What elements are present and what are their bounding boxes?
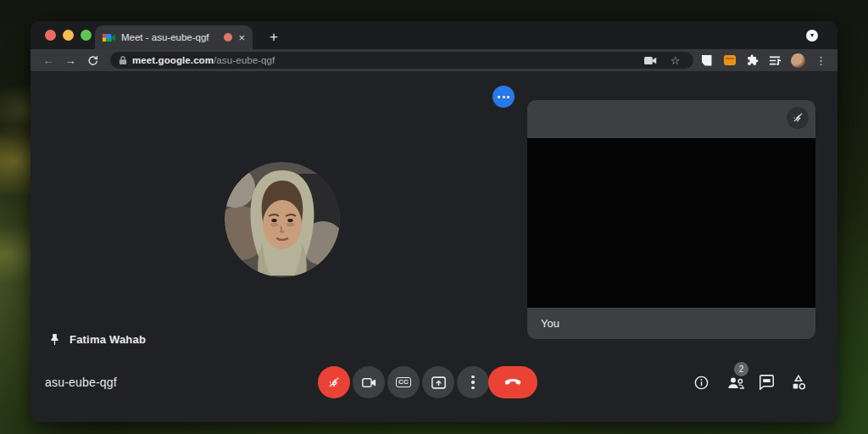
browser-toolbar: ← → meet.google.com/asu-eube-qgf: [31, 49, 837, 71]
self-view-footer: You: [527, 308, 815, 339]
tab-strip: Meet - asu-eube-qgf × + ▾: [31, 21, 837, 49]
profile-avatar[interactable]: [788, 51, 808, 70]
captions-label: CC: [396, 377, 411, 387]
more-options-button[interactable]: [457, 366, 489, 398]
url-text: meet.google.com/asu-eube-qgf: [132, 55, 275, 65]
window-controls: [45, 30, 92, 41]
activities-button[interactable]: [789, 373, 808, 392]
tab-title: Meet - asu-eube-qgf: [121, 32, 218, 42]
self-video-feed: [527, 138, 815, 308]
desktop-background: Meet - asu-eube-qgf × + ▾ ← →: [0, 0, 868, 434]
browser-window: Meet - asu-eube-qgf × + ▾ ← →: [31, 21, 837, 422]
back-icon[interactable]: ←: [39, 54, 58, 67]
self-view-tile[interactable]: You: [527, 100, 815, 339]
note-extension-icon[interactable]: [697, 51, 716, 70]
chat-button[interactable]: [757, 373, 776, 392]
playlist-extension-icon[interactable]: [765, 51, 785, 70]
participant-avatar: [225, 162, 340, 277]
new-tab-button[interactable]: +: [261, 25, 287, 49]
pin-icon: [49, 333, 60, 346]
honey-extension-icon[interactable]: [720, 51, 739, 70]
address-bar[interactable]: meet.google.com/asu-eube-qgf ☆: [110, 52, 693, 69]
url-domain: meet.google.com: [132, 55, 214, 65]
tab-close-icon[interactable]: ×: [238, 32, 245, 43]
meet-main-area: Fatima Wahab You: [31, 71, 837, 422]
camera-in-use-icon[interactable]: [641, 51, 660, 70]
meeting-details-button[interactable]: [692, 373, 710, 392]
tile-options-button[interactable]: [492, 86, 515, 108]
meeting-code: asu-eube-qgf: [45, 376, 117, 389]
lock-icon: [119, 55, 127, 65]
present-button[interactable]: [422, 366, 454, 398]
pinned-participant-row: Fatima Wahab: [49, 333, 146, 346]
zoom-window-button[interactable]: [81, 30, 92, 41]
chrome-menu-icon[interactable]: ⋮: [811, 51, 831, 70]
self-view-header: [527, 100, 815, 138]
reload-icon[interactable]: [83, 55, 102, 66]
bookmark-star-icon[interactable]: ☆: [665, 51, 685, 70]
minimize-window-button[interactable]: [63, 30, 74, 41]
forward-icon[interactable]: →: [61, 54, 80, 67]
mute-microphone-button[interactable]: [318, 366, 350, 398]
meet-favicon-icon: [103, 32, 115, 43]
self-view-label: You: [541, 317, 559, 330]
close-window-button[interactable]: [45, 30, 56, 41]
extensions-puzzle-icon[interactable]: [743, 51, 762, 70]
camera-button[interactable]: [353, 366, 385, 398]
leave-call-button[interactable]: [488, 366, 537, 398]
tab-meet[interactable]: Meet - asu-eube-qgf ×: [95, 25, 253, 49]
participants-count-badge: 2: [734, 362, 748, 376]
captions-button[interactable]: CC: [387, 366, 420, 398]
tab-search-button[interactable]: ▾: [806, 30, 818, 42]
self-mic-muted-icon: [787, 107, 809, 129]
media-in-use-indicator: [224, 33, 232, 42]
url-path: /asu-eube-qgf: [214, 55, 275, 65]
more-vertical-icon: [471, 376, 475, 390]
pinned-participant-name: Fatima Wahab: [70, 333, 146, 346]
